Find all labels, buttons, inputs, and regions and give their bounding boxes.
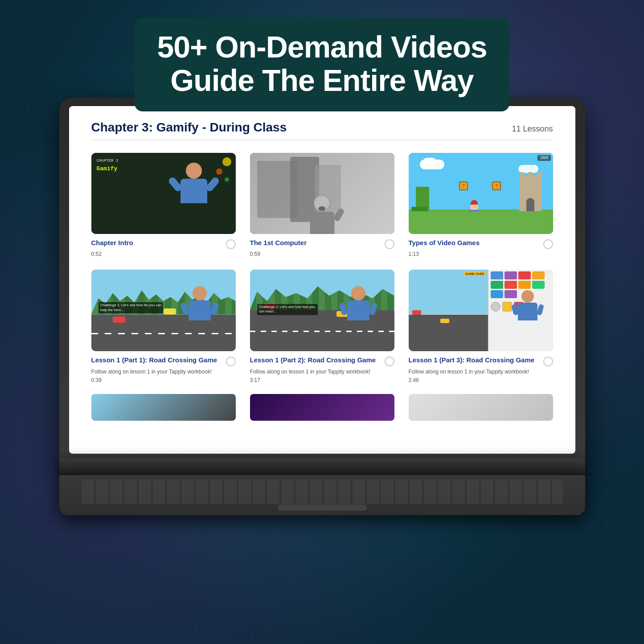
thumbnail-chapter-intro[interactable]: CHAPTER 3 Gamify (91, 153, 236, 234)
video-info-first-computer: The 1st Computer 0:59 (250, 238, 394, 257)
video-title-first-computer: The 1st Computer (250, 238, 381, 247)
complete-circle-6[interactable] (543, 357, 553, 366)
lesson-person-1 (171, 286, 229, 351)
complete-circle-2[interactable] (385, 239, 394, 249)
car-red-1 (113, 316, 125, 323)
head-p3 (521, 290, 534, 303)
right-arm (205, 176, 220, 193)
complete-circle-1[interactable] (226, 239, 236, 249)
mouth (319, 206, 326, 211)
mario-char (469, 200, 479, 211)
laptop-wrapper: Chapter 3: Gamify - During Class 11 Less… (59, 98, 585, 515)
thumb-inner-gamify: CHAPTER 3 Gamify (91, 153, 236, 234)
trackpad (278, 505, 367, 511)
video-info-chapter-intro: Chapter Intro 0:52 (91, 238, 236, 257)
thumb-inner-road2: Challenge 2: Let's see how fast you can … (250, 270, 394, 351)
video-info-lesson1-p3: Lesson 1 (Part 3): Road Crossing Game Fo… (409, 356, 553, 384)
block-red (518, 271, 531, 279)
video-title-row-1: Chapter Intro (91, 238, 236, 249)
block-purple (505, 271, 517, 279)
castle-door (526, 198, 534, 211)
thumbnail-lesson1-p2[interactable]: Challenge 2: Let's see how fast you can … (250, 270, 394, 351)
chapter-divider (91, 140, 553, 140)
banner-line2: Guide The Entire Way (157, 64, 487, 97)
deco-circle-1 (222, 157, 231, 166)
cloud-1-bump (423, 158, 436, 166)
arm-l1-r (209, 302, 219, 316)
scratch-sky (409, 270, 488, 314)
arm-p3-r (537, 304, 544, 316)
video-title-row-2: The 1st Computer (250, 238, 394, 249)
left-arm (167, 176, 183, 193)
video-card-chapter-intro[interactable]: CHAPTER 3 Gamify (91, 153, 236, 257)
bottom-thumb-1 (91, 394, 236, 421)
video-desc-6: Follow along on lesson 1 in your Tappity… (409, 368, 553, 376)
complete-circle-4[interactable] (226, 357, 236, 366)
lesson-label-1: Challenge 1: Let's see how far you can h… (98, 302, 164, 313)
person-head-bw (314, 195, 331, 212)
video-info-lesson1-p2: Lesson 1 (Part 2): Road Crossing Game Fo… (250, 356, 394, 384)
complete-circle-5[interactable] (385, 357, 394, 366)
gamify-chapter-label: CHAPTER 3 Gamify (97, 158, 119, 173)
laptop-screen-bezel: Chapter 3: Gamify - During Class 11 Less… (59, 98, 585, 458)
person-body-l1 (189, 300, 211, 320)
question-block: ? (459, 181, 468, 190)
arm-p3-l (511, 304, 519, 316)
thumbnail-video-games[interactable]: ? ? (409, 153, 553, 234)
arm-p2-l (339, 302, 348, 315)
person-body (180, 179, 207, 203)
video-desc-5: Follow along on lesson 1 in your Tappity… (250, 368, 394, 376)
screen-content: Chapter 3: Gamify - During Class 11 Less… (69, 106, 575, 454)
thumbnail-first-computer[interactable] (250, 153, 394, 234)
thumb-inner-road1: Challenge 1: Let's see how far you can h… (91, 270, 236, 351)
chapter-title: Chapter 3: Gamify - During Class (91, 120, 287, 135)
thumbnail-lesson1-p3[interactable]: GAME OVER (409, 270, 553, 351)
video-duration-4: 0:39 (91, 377, 236, 383)
top-banner: 50+ On-Demand Videos Guide The Entire Wa… (122, 18, 523, 111)
block-orange (532, 271, 545, 279)
thumbnail-lesson1-p1[interactable]: Challenge 1: Let's see how far you can h… (91, 270, 236, 351)
body-p3 (518, 303, 537, 320)
video-title-chapter-intro: Chapter Intro (91, 238, 222, 247)
video-title-lesson1-p2: Lesson 1 (Part 2): Road Crossing Game (250, 356, 381, 365)
arm-p2-r (369, 302, 377, 315)
video-card-first-computer[interactable]: The 1st Computer 0:59 (250, 153, 394, 257)
laptop-base-strip (59, 458, 585, 475)
laptop-keyboard (59, 475, 585, 515)
lesson-label-2: Challenge 2: Let's see how fast you can … (257, 304, 318, 315)
ground (409, 211, 553, 234)
score-display: 1000 (537, 155, 550, 161)
question-block-2: ? (492, 181, 501, 190)
thumb-inner-scratch: GAME OVER (409, 270, 553, 351)
video-title-row-5: Lesson 1 (Part 2): Road Crossing Game (250, 356, 394, 366)
block-yellow (518, 281, 531, 289)
keyboard-keys (82, 480, 563, 504)
scratch-stage: GAME OVER (409, 270, 488, 351)
banner-line1: 50+ On-Demand Videos (157, 30, 487, 64)
video-card-lesson1-part3[interactable]: GAME OVER (409, 270, 553, 383)
battlements (519, 172, 541, 176)
video-duration-1: 0:52 (91, 251, 236, 257)
video-duration-3: 1:13 (409, 251, 553, 257)
video-title-lesson1-p1: Lesson 1 (Part 1): Road Crossing Game (91, 356, 222, 365)
video-title-row-6: Lesson 1 (Part 3): Road Crossing Game (409, 356, 553, 366)
complete-circle-3[interactable] (543, 239, 553, 249)
thumb-inner-computer (250, 153, 394, 234)
sprite-1 (491, 302, 500, 312)
video-card-lesson1-part2[interactable]: Challenge 2: Let's see how fast you can … (250, 270, 394, 383)
video-grid: CHAPTER 3 Gamify (91, 153, 553, 383)
video-title-video-games: Types of Video Games (409, 238, 540, 247)
mario-hat (471, 200, 478, 205)
lesson-person-3 (502, 290, 553, 351)
video-card-video-games[interactable]: ? ? (409, 153, 553, 257)
scratch-car-y (440, 319, 449, 323)
body-p2 (347, 300, 369, 320)
bottom-thumb-2 (250, 394, 394, 421)
video-duration-6: 2:46 (409, 377, 553, 383)
video-desc-4: Follow along on lesson 1 in your Tappity… (91, 368, 236, 376)
game-over-badge: GAME OVER (464, 272, 486, 276)
scratch-car-r (412, 310, 421, 315)
arm-l1-l (180, 302, 189, 316)
lessons-count: 11 Lessons (512, 124, 553, 134)
video-card-lesson1-part1[interactable]: Challenge 1: Let's see how far you can h… (91, 270, 236, 383)
